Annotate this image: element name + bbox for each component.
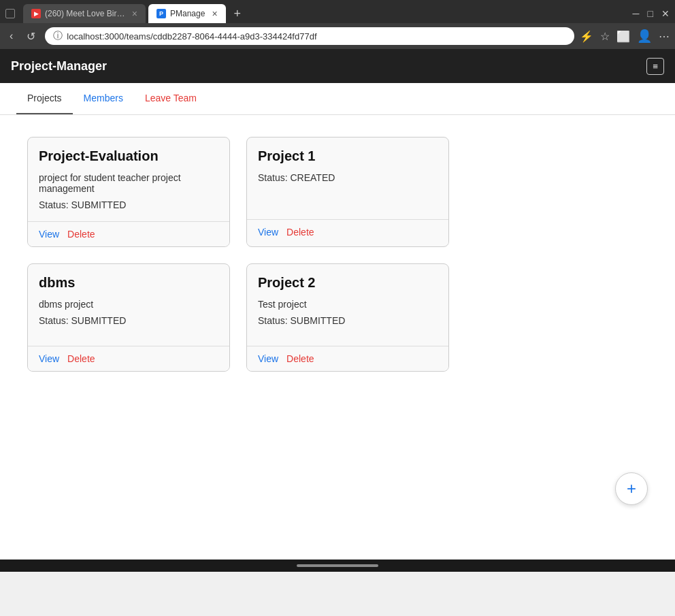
project-card-body-3: dbms dbms project Status: SUBMITTED: [28, 264, 229, 346]
minimize-button[interactable]: ─: [633, 8, 640, 19]
project-view-link-2[interactable]: View: [258, 227, 278, 238]
address-bar[interactable]: ⓘ localhost:3000/teams/cddb2287-8064-444…: [45, 27, 574, 45]
inactive-tab-label: (260) Meet Love Birds...: [45, 9, 125, 18]
more-options-icon[interactable]: ⋯: [659, 30, 670, 43]
project-card-4: Project 2 Test project Status: SUBMITTED…: [246, 263, 449, 372]
back-button[interactable]: ‹: [5, 29, 17, 44]
main-content: Projects Members Leave Team Project-Eval…: [0, 83, 675, 560]
project-card-2: Project 1 Status: CREATED View Delete: [246, 137, 449, 247]
project-description-4: Test project: [258, 299, 438, 310]
project-delete-link-1[interactable]: Delete: [67, 229, 95, 240]
active-tab-label: PManage: [170, 9, 205, 18]
browser-tab-inactive[interactable]: ▶ (260) Meet Love Birds... ×: [23, 4, 146, 23]
project-name-2: Project 1: [258, 148, 438, 164]
project-name-1: Project-Evaluation: [39, 148, 218, 164]
project-card-body-2: Project 1 Status: CREATED: [247, 137, 448, 219]
square-control-icon[interactable]: [5, 9, 15, 18]
tab-members[interactable]: Members: [73, 83, 134, 114]
project-delete-link-3[interactable]: Delete: [67, 353, 95, 364]
project-actions-2: View Delete: [247, 219, 448, 244]
project-description-1: project for student teacher project mana…: [39, 172, 218, 194]
project-delete-link-4[interactable]: Delete: [286, 353, 314, 364]
profile-icon[interactable]: 👤: [637, 29, 652, 44]
project-status-4: Status: SUBMITTED: [258, 315, 438, 326]
project-actions-1: View Delete: [28, 221, 229, 246]
scroll-bar: [297, 564, 378, 567]
tab-projects[interactable]: Projects: [16, 83, 73, 114]
tab-bar: ▶ (260) Meet Love Birds... × P PManage ×…: [0, 0, 675, 23]
project-card-body-4: Project 2 Test project Status: SUBMITTED: [247, 264, 448, 346]
project-card-3: dbms dbms project Status: SUBMITTED View…: [27, 263, 230, 372]
pmanage-favicon: P: [157, 9, 166, 18]
tabs-bar: Projects Members Leave Team: [0, 83, 675, 115]
browser-window: ▶ (260) Meet Love Birds... × P PManage ×…: [0, 0, 675, 572]
restore-button[interactable]: □: [648, 8, 653, 19]
project-card: Project-Evaluation project for student t…: [27, 137, 230, 247]
hamburger-button[interactable]: ≡: [646, 58, 664, 75]
app-navbar: Project-Manager ≡: [0, 49, 675, 83]
add-tab-button[interactable]: +: [229, 7, 247, 21]
extensions-icon[interactable]: ⚡: [580, 30, 593, 43]
app-title: Project-Manager: [11, 59, 107, 74]
toolbar-icons: ⚡ ☆ ⬜ 👤 ⋯: [580, 29, 670, 44]
screenshare-icon[interactable]: ⬜: [616, 30, 630, 43]
projects-grid: Project-Evaluation project for student t…: [0, 115, 476, 393]
scroll-indicator: [0, 560, 675, 572]
project-status-1: Status: SUBMITTED: [39, 199, 218, 210]
add-project-button[interactable]: +: [615, 472, 648, 505]
project-actions-4: View Delete: [247, 346, 448, 371]
inactive-tab-close[interactable]: ×: [132, 8, 137, 19]
project-name-3: dbms: [39, 275, 218, 291]
project-view-link-4[interactable]: View: [258, 353, 278, 364]
browser-toolbar: ‹ ↺ ⓘ localhost:3000/teams/cddb2287-8064…: [0, 23, 675, 49]
refresh-button[interactable]: ↺: [22, 29, 39, 44]
project-actions-3: View Delete: [28, 346, 229, 371]
browser-tab-active[interactable]: P PManage ×: [148, 4, 226, 23]
info-icon: ⓘ: [53, 30, 63, 42]
project-status-2: Status: CREATED: [258, 172, 438, 183]
active-tab-close[interactable]: ×: [212, 8, 217, 19]
bookmark-icon[interactable]: ☆: [600, 30, 610, 43]
tab-leave-team[interactable]: Leave Team: [134, 83, 208, 114]
project-card-body-1: Project-Evaluation project for student t…: [28, 137, 229, 221]
project-name-4: Project 2: [258, 275, 438, 291]
project-view-link-1[interactable]: View: [39, 229, 59, 240]
address-text: localhost:3000/teams/cddb2287-8064-4444-…: [67, 31, 566, 42]
project-delete-link-2[interactable]: Delete: [286, 227, 314, 238]
youtube-favicon: ▶: [31, 9, 41, 18]
project-view-link-3[interactable]: View: [39, 353, 59, 364]
project-description-3: dbms project: [39, 299, 218, 310]
project-status-3: Status: SUBMITTED: [39, 315, 218, 326]
close-window-button[interactable]: ✕: [661, 8, 670, 19]
